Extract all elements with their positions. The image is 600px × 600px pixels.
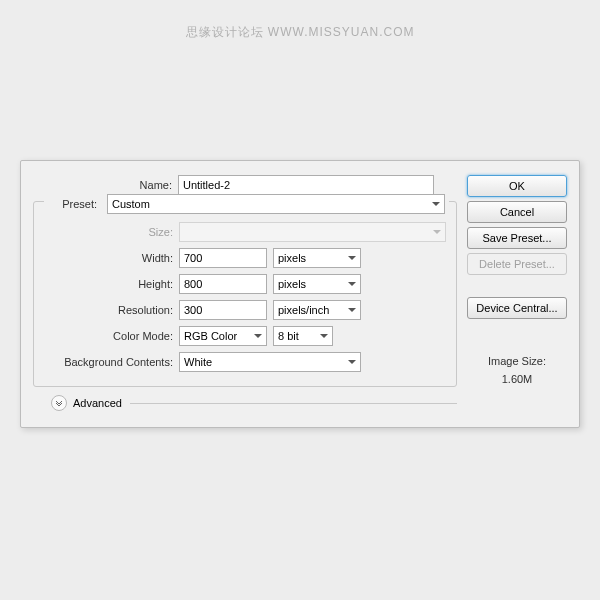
delete-preset-button: Delete Preset... (467, 253, 567, 275)
resolution-unit-value: pixels/inch (278, 304, 329, 316)
width-input[interactable] (179, 248, 267, 268)
bgcontents-select[interactable]: White (179, 352, 361, 372)
advanced-row[interactable]: Advanced (33, 395, 457, 411)
expand-icon[interactable] (51, 395, 67, 411)
chevron-down-icon (348, 360, 356, 364)
size-label: Size: (44, 226, 179, 238)
resolution-unit-select[interactable]: pixels/inch (273, 300, 361, 320)
width-unit-select[interactable]: pixels (273, 248, 361, 268)
width-unit-value: pixels (278, 252, 306, 264)
image-size-title: Image Size: (467, 353, 567, 371)
preset-select[interactable]: Custom (107, 194, 445, 214)
device-central-button[interactable]: Device Central... (467, 297, 567, 319)
bgcontents-label: Background Contents: (44, 356, 179, 368)
ok-button[interactable]: OK (467, 175, 567, 197)
preset-value: Custom (112, 198, 150, 210)
chevron-down-icon (320, 334, 328, 338)
chevron-down-icon (433, 230, 441, 234)
bitdepth-value: 8 bit (278, 330, 299, 342)
save-preset-button[interactable]: Save Preset... (467, 227, 567, 249)
divider (130, 403, 457, 404)
colormode-select[interactable]: RGB Color (179, 326, 267, 346)
chevron-down-icon (254, 334, 262, 338)
height-input[interactable] (179, 274, 267, 294)
form-area: Name: Preset: Custom Size: (33, 175, 467, 411)
colormode-value: RGB Color (184, 330, 237, 342)
height-label: Height: (44, 278, 179, 290)
chevron-down-icon (348, 256, 356, 260)
size-select (179, 222, 446, 242)
name-label: Name: (33, 179, 178, 191)
cancel-button[interactable]: Cancel (467, 201, 567, 223)
colormode-label: Color Mode: (44, 330, 179, 342)
watermark-text: 思缘设计论坛 WWW.MISSYUAN.COM (186, 24, 415, 41)
image-size-info: Image Size: 1.60M (467, 353, 567, 388)
name-input[interactable] (178, 175, 434, 195)
width-label: Width: (44, 252, 179, 264)
height-unit-value: pixels (278, 278, 306, 290)
resolution-label: Resolution: (44, 304, 179, 316)
new-document-dialog: Name: Preset: Custom Size: (20, 160, 580, 428)
preset-label: Preset: (44, 198, 103, 210)
preset-fieldset: Preset: Custom Size: (33, 201, 457, 387)
button-column: OK Cancel Save Preset... Delete Preset..… (467, 175, 567, 411)
image-size-value: 1.60M (467, 371, 567, 389)
bgcontents-value: White (184, 356, 212, 368)
chevron-down-icon (348, 308, 356, 312)
chevron-down-icon (432, 202, 440, 206)
advanced-label: Advanced (73, 397, 122, 409)
bitdepth-select[interactable]: 8 bit (273, 326, 333, 346)
chevron-down-icon (348, 282, 356, 286)
resolution-input[interactable] (179, 300, 267, 320)
height-unit-select[interactable]: pixels (273, 274, 361, 294)
